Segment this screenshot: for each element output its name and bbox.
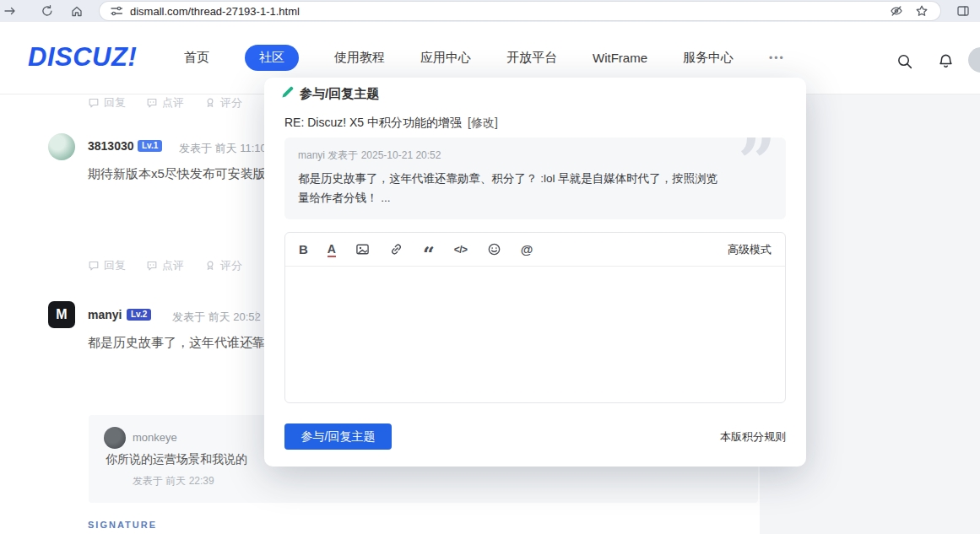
- post-meta: 发表于 前天 11:10: [179, 141, 267, 156]
- comment-action[interactable]: 点评: [146, 95, 184, 111]
- search-icon[interactable]: [896, 53, 912, 69]
- bell-icon[interactable]: [938, 53, 954, 69]
- post-meta: 发表于 前天 20:52: [172, 310, 261, 325]
- reply-modal: 参与/回复主题 RE: Discuz! X5 中积分功能的增强 [修改] man…: [264, 78, 806, 467]
- user-avatar[interactable]: [968, 47, 980, 73]
- meta-divider: |: [255, 309, 257, 321]
- reply-editor-input[interactable]: [285, 267, 785, 403]
- nav-more-icon[interactable]: •••: [769, 52, 785, 64]
- editor-toolbar: B A “ </> @ 高级模式: [285, 233, 785, 267]
- nav-witframe[interactable]: WitFrame: [593, 51, 647, 65]
- mention-icon[interactable]: @: [521, 242, 533, 257]
- level-badge: Lv.1: [138, 140, 162, 152]
- browser-toolbar: dismall.com/thread-27193-1-1.html: [0, 0, 980, 22]
- image-icon[interactable]: [355, 242, 370, 257]
- reply-content: 你所说的运营场景和我说的: [106, 452, 247, 467]
- avatar-letter: M: [56, 307, 67, 322]
- nav-tutorials[interactable]: 使用教程: [334, 50, 385, 66]
- rate-action-label: 评分: [220, 95, 242, 111]
- reply-action-label: 回复: [104, 258, 126, 273]
- comment-action[interactable]: 点评: [146, 258, 184, 273]
- quote-meta: manyi 发表于 2025-10-21 20:52: [298, 148, 772, 163]
- reply-username[interactable]: monkeye: [133, 431, 177, 444]
- level-badge: Lv.2: [127, 309, 151, 321]
- rate-action-label: 评分: [220, 258, 242, 273]
- post-avatar[interactable]: M: [48, 301, 75, 328]
- subject-text: RE: Discuz! X5 中积分功能的增强: [284, 116, 462, 131]
- submit-reply-button[interactable]: 参与/回复主题: [284, 423, 392, 450]
- nav-community[interactable]: 社区: [245, 45, 299, 71]
- post-username[interactable]: 3813030: [88, 139, 134, 153]
- sidebar-panel-icon[interactable]: [956, 4, 970, 18]
- emoji-icon[interactable]: [487, 242, 501, 257]
- reply-editor: B A “ </> @ 高级模式: [284, 232, 786, 403]
- reply-action[interactable]: 回复: [88, 95, 126, 111]
- modify-subject-link[interactable]: [修改]: [468, 116, 498, 131]
- text-color-icon[interactable]: A: [328, 242, 336, 257]
- reload-icon[interactable]: [41, 4, 54, 18]
- nav-service-center[interactable]: 服务中心: [683, 50, 734, 66]
- url-text: dismall.com/thread-27193-1-1.html: [130, 5, 300, 18]
- nav-open-platform[interactable]: 开放平台: [506, 50, 557, 66]
- post-action-row: 回复 点评 评分: [88, 258, 274, 273]
- signature-label: SIGNATURE: [88, 520, 157, 530]
- post-action-row: 回复 点评 评分: [88, 95, 274, 111]
- reply-avatar[interactable]: [104, 427, 126, 449]
- privacy-eye-off-icon[interactable]: [890, 4, 903, 18]
- nav-home[interactable]: 首页: [184, 50, 209, 66]
- reply-meta: 发表于 前天 22:39: [133, 474, 214, 488]
- quoted-post-block: manyi 发表于 2025-10-21 20:52 都是历史故事了，这年代谁还…: [284, 138, 786, 219]
- comment-action-label: 点评: [162, 95, 184, 111]
- quote-icon[interactable]: “: [423, 242, 435, 257]
- reply-action[interactable]: 回复: [88, 258, 126, 273]
- post-username[interactable]: manyi: [88, 308, 122, 321]
- post-content: 期待新版本x5尽快发布可安装版: [88, 166, 266, 182]
- credit-rules-link[interactable]: 本版积分规则: [720, 429, 786, 445]
- reply-subject: RE: Discuz! X5 中积分功能的增强 [修改]: [284, 116, 498, 131]
- rate-action[interactable]: 评分: [204, 258, 242, 273]
- quote-content: 都是历史故事了，这年代谁还靠勋章、积分了？ :lol 早就是自媒体时代了，按照浏…: [298, 169, 772, 208]
- post-avatar[interactable]: [48, 133, 75, 160]
- link-icon[interactable]: [389, 242, 403, 257]
- modal-title: 参与/回复主题: [300, 86, 379, 102]
- comment-action-label: 点评: [162, 258, 184, 273]
- rate-action[interactable]: 评分: [204, 95, 242, 111]
- bookmark-star-icon[interactable]: [915, 4, 929, 18]
- bold-icon[interactable]: B: [299, 242, 308, 257]
- nav-app-center[interactable]: 应用中心: [420, 50, 471, 66]
- code-icon[interactable]: </>: [454, 242, 468, 257]
- edit-pen-icon: [280, 84, 295, 100]
- site-info-icon[interactable]: [110, 4, 123, 18]
- quote-mark-icon: ”: [738, 138, 776, 195]
- address-bar[interactable]: dismall.com/thread-27193-1-1.html: [100, 2, 940, 20]
- site-logo[interactable]: DISCUZ!: [28, 42, 137, 73]
- advanced-mode-link[interactable]: 高级模式: [728, 242, 772, 257]
- forward-icon[interactable]: [3, 4, 17, 18]
- post-content: 都是历史故事了，这年代谁还靠勋: [88, 335, 278, 351]
- home-icon[interactable]: [70, 4, 84, 18]
- reply-action-label: 回复: [104, 95, 126, 111]
